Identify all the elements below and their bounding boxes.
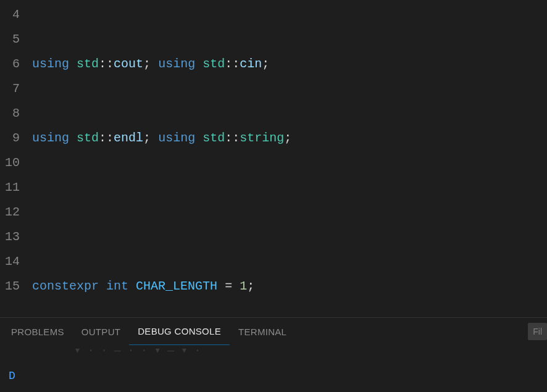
line-number: 14 (5, 249, 20, 274)
line-number: 13 (5, 225, 20, 249)
code-line[interactable]: constexpr int CHAR_LENGTH = 1; (32, 274, 547, 299)
code-editor[interactable]: 4 5 6 7 8 9 10 11 12 13 14 15 using std:… (0, 0, 547, 317)
panel-scroll-trail: ▾ · · — · · ▾ — ▾ · (0, 345, 547, 360)
line-number: 9 (5, 126, 20, 151)
panel-tabs: PROBLEMS OUTPUT DEBUG CONSOLE TERMINAL F… (0, 318, 547, 345)
tab-terminal[interactable]: TERMINAL (230, 318, 295, 345)
line-number: 15 (5, 274, 20, 299)
filter-input[interactable]: Fil (528, 323, 547, 340)
line-number: 8 (5, 101, 20, 126)
code-content[interactable]: using std::cout; using std::cin; using s… (32, 2, 547, 317)
tab-output[interactable]: OUTPUT (73, 318, 129, 345)
tab-debug-console[interactable]: DEBUG CONSOLE (129, 318, 230, 345)
debug-console-output[interactable]: D (0, 360, 547, 392)
line-number: 11 (5, 175, 20, 200)
code-line[interactable]: using std::cout; using std::cin; (32, 52, 547, 77)
line-number: 7 (5, 77, 20, 101)
line-number-gutter: 4 5 6 7 8 9 10 11 12 13 14 15 (0, 2, 32, 317)
line-number: 12 (5, 200, 20, 225)
line-number: 10 (5, 151, 20, 175)
code-line[interactable] (32, 200, 547, 225)
line-number: 6 (5, 52, 20, 77)
line-number: 4 (5, 2, 20, 27)
bottom-panel: PROBLEMS OUTPUT DEBUG CONSOLE TERMINAL F… (0, 317, 547, 392)
line-number: 5 (5, 27, 20, 52)
tab-problems[interactable]: PROBLEMS (2, 318, 73, 345)
code-line[interactable]: using std::endl; using std::string; (32, 126, 547, 151)
